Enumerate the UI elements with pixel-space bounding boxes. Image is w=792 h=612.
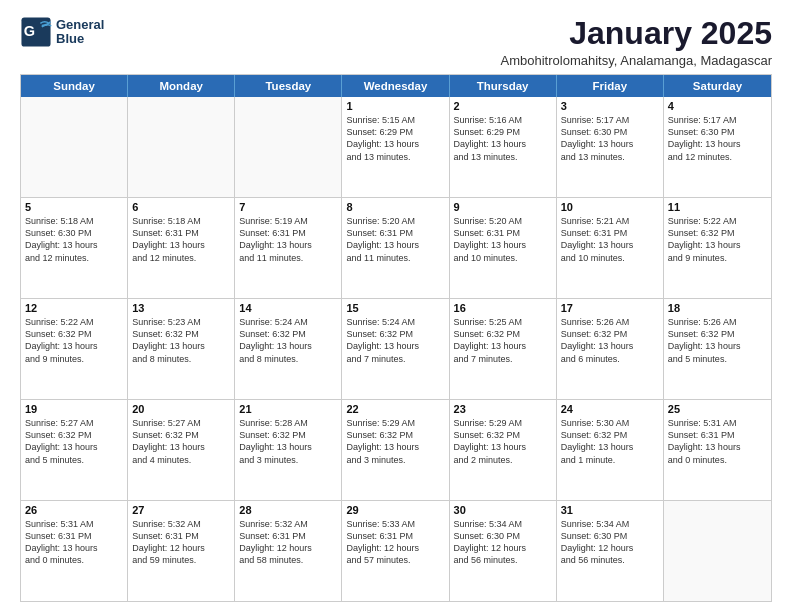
day-7: 7Sunrise: 5:19 AM Sunset: 6:31 PM Daylig… xyxy=(235,198,342,298)
page: G General Blue January 2025 Ambohitrolom… xyxy=(0,0,792,612)
day-25: 25Sunrise: 5:31 AM Sunset: 6:31 PM Dayli… xyxy=(664,400,771,500)
day-info-20: Sunrise: 5:27 AM Sunset: 6:32 PM Dayligh… xyxy=(132,417,230,466)
day-23: 23Sunrise: 5:29 AM Sunset: 6:32 PM Dayli… xyxy=(450,400,557,500)
day-number-7: 7 xyxy=(239,201,337,213)
header-tuesday: Tuesday xyxy=(235,75,342,97)
day-info-21: Sunrise: 5:28 AM Sunset: 6:32 PM Dayligh… xyxy=(239,417,337,466)
day-info-27: Sunrise: 5:32 AM Sunset: 6:31 PM Dayligh… xyxy=(132,518,230,567)
day-info-14: Sunrise: 5:24 AM Sunset: 6:32 PM Dayligh… xyxy=(239,316,337,365)
day-number-4: 4 xyxy=(668,100,767,112)
day-5: 5Sunrise: 5:18 AM Sunset: 6:30 PM Daylig… xyxy=(21,198,128,298)
day-number-17: 17 xyxy=(561,302,659,314)
day-info-13: Sunrise: 5:23 AM Sunset: 6:32 PM Dayligh… xyxy=(132,316,230,365)
day-number-6: 6 xyxy=(132,201,230,213)
day-number-25: 25 xyxy=(668,403,767,415)
calendar-row-1: 1Sunrise: 5:15 AM Sunset: 6:29 PM Daylig… xyxy=(21,97,771,197)
day-info-12: Sunrise: 5:22 AM Sunset: 6:32 PM Dayligh… xyxy=(25,316,123,365)
day-13: 13Sunrise: 5:23 AM Sunset: 6:32 PM Dayli… xyxy=(128,299,235,399)
day-4: 4Sunrise: 5:17 AM Sunset: 6:30 PM Daylig… xyxy=(664,97,771,197)
logo-text: General Blue xyxy=(56,18,104,47)
day-28: 28Sunrise: 5:32 AM Sunset: 6:31 PM Dayli… xyxy=(235,501,342,601)
day-18: 18Sunrise: 5:26 AM Sunset: 6:32 PM Dayli… xyxy=(664,299,771,399)
logo-icon: G xyxy=(20,16,52,48)
day-number-16: 16 xyxy=(454,302,552,314)
day-info-24: Sunrise: 5:30 AM Sunset: 6:32 PM Dayligh… xyxy=(561,417,659,466)
day-info-1: Sunrise: 5:15 AM Sunset: 6:29 PM Dayligh… xyxy=(346,114,444,163)
day-info-25: Sunrise: 5:31 AM Sunset: 6:31 PM Dayligh… xyxy=(668,417,767,466)
day-19: 19Sunrise: 5:27 AM Sunset: 6:32 PM Dayli… xyxy=(21,400,128,500)
logo: G General Blue xyxy=(20,16,104,48)
day-info-15: Sunrise: 5:24 AM Sunset: 6:32 PM Dayligh… xyxy=(346,316,444,365)
day-22: 22Sunrise: 5:29 AM Sunset: 6:32 PM Dayli… xyxy=(342,400,449,500)
day-info-26: Sunrise: 5:31 AM Sunset: 6:31 PM Dayligh… xyxy=(25,518,123,567)
day-info-3: Sunrise: 5:17 AM Sunset: 6:30 PM Dayligh… xyxy=(561,114,659,163)
day-number-13: 13 xyxy=(132,302,230,314)
day-info-10: Sunrise: 5:21 AM Sunset: 6:31 PM Dayligh… xyxy=(561,215,659,264)
day-15: 15Sunrise: 5:24 AM Sunset: 6:32 PM Dayli… xyxy=(342,299,449,399)
day-info-9: Sunrise: 5:20 AM Sunset: 6:31 PM Dayligh… xyxy=(454,215,552,264)
day-number-3: 3 xyxy=(561,100,659,112)
day-31: 31Sunrise: 5:34 AM Sunset: 6:30 PM Dayli… xyxy=(557,501,664,601)
day-empty xyxy=(664,501,771,601)
day-10: 10Sunrise: 5:21 AM Sunset: 6:31 PM Dayli… xyxy=(557,198,664,298)
day-1: 1Sunrise: 5:15 AM Sunset: 6:29 PM Daylig… xyxy=(342,97,449,197)
subtitle: Ambohitrolomahitsy, Analamanga, Madagasc… xyxy=(501,53,772,68)
month-title: January 2025 xyxy=(501,16,772,51)
day-number-9: 9 xyxy=(454,201,552,213)
day-number-19: 19 xyxy=(25,403,123,415)
header-wednesday: Wednesday xyxy=(342,75,449,97)
day-number-28: 28 xyxy=(239,504,337,516)
day-17: 17Sunrise: 5:26 AM Sunset: 6:32 PM Dayli… xyxy=(557,299,664,399)
day-info-6: Sunrise: 5:18 AM Sunset: 6:31 PM Dayligh… xyxy=(132,215,230,264)
day-number-15: 15 xyxy=(346,302,444,314)
day-20: 20Sunrise: 5:27 AM Sunset: 6:32 PM Dayli… xyxy=(128,400,235,500)
logo-line2: Blue xyxy=(56,32,104,46)
day-number-29: 29 xyxy=(346,504,444,516)
day-3: 3Sunrise: 5:17 AM Sunset: 6:30 PM Daylig… xyxy=(557,97,664,197)
header-monday: Monday xyxy=(128,75,235,97)
day-number-8: 8 xyxy=(346,201,444,213)
calendar-row-3: 12Sunrise: 5:22 AM Sunset: 6:32 PM Dayli… xyxy=(21,298,771,399)
day-empty xyxy=(235,97,342,197)
day-info-18: Sunrise: 5:26 AM Sunset: 6:32 PM Dayligh… xyxy=(668,316,767,365)
day-number-5: 5 xyxy=(25,201,123,213)
calendar-body: 1Sunrise: 5:15 AM Sunset: 6:29 PM Daylig… xyxy=(21,97,771,601)
day-info-7: Sunrise: 5:19 AM Sunset: 6:31 PM Dayligh… xyxy=(239,215,337,264)
day-21: 21Sunrise: 5:28 AM Sunset: 6:32 PM Dayli… xyxy=(235,400,342,500)
day-number-21: 21 xyxy=(239,403,337,415)
calendar: Sunday Monday Tuesday Wednesday Thursday… xyxy=(20,74,772,602)
day-info-29: Sunrise: 5:33 AM Sunset: 6:31 PM Dayligh… xyxy=(346,518,444,567)
title-block: January 2025 Ambohitrolomahitsy, Analama… xyxy=(501,16,772,68)
day-info-30: Sunrise: 5:34 AM Sunset: 6:30 PM Dayligh… xyxy=(454,518,552,567)
day-number-11: 11 xyxy=(668,201,767,213)
header-sunday: Sunday xyxy=(21,75,128,97)
day-16: 16Sunrise: 5:25 AM Sunset: 6:32 PM Dayli… xyxy=(450,299,557,399)
day-info-4: Sunrise: 5:17 AM Sunset: 6:30 PM Dayligh… xyxy=(668,114,767,163)
header-thursday: Thursday xyxy=(450,75,557,97)
day-9: 9Sunrise: 5:20 AM Sunset: 6:31 PM Daylig… xyxy=(450,198,557,298)
day-info-2: Sunrise: 5:16 AM Sunset: 6:29 PM Dayligh… xyxy=(454,114,552,163)
day-info-28: Sunrise: 5:32 AM Sunset: 6:31 PM Dayligh… xyxy=(239,518,337,567)
day-info-31: Sunrise: 5:34 AM Sunset: 6:30 PM Dayligh… xyxy=(561,518,659,567)
day-8: 8Sunrise: 5:20 AM Sunset: 6:31 PM Daylig… xyxy=(342,198,449,298)
day-info-5: Sunrise: 5:18 AM Sunset: 6:30 PM Dayligh… xyxy=(25,215,123,264)
day-info-11: Sunrise: 5:22 AM Sunset: 6:32 PM Dayligh… xyxy=(668,215,767,264)
day-number-26: 26 xyxy=(25,504,123,516)
day-info-8: Sunrise: 5:20 AM Sunset: 6:31 PM Dayligh… xyxy=(346,215,444,264)
day-11: 11Sunrise: 5:22 AM Sunset: 6:32 PM Dayli… xyxy=(664,198,771,298)
calendar-row-5: 26Sunrise: 5:31 AM Sunset: 6:31 PM Dayli… xyxy=(21,500,771,601)
day-number-22: 22 xyxy=(346,403,444,415)
day-6: 6Sunrise: 5:18 AM Sunset: 6:31 PM Daylig… xyxy=(128,198,235,298)
day-12: 12Sunrise: 5:22 AM Sunset: 6:32 PM Dayli… xyxy=(21,299,128,399)
day-24: 24Sunrise: 5:30 AM Sunset: 6:32 PM Dayli… xyxy=(557,400,664,500)
day-30: 30Sunrise: 5:34 AM Sunset: 6:30 PM Dayli… xyxy=(450,501,557,601)
day-number-31: 31 xyxy=(561,504,659,516)
header-saturday: Saturday xyxy=(664,75,771,97)
header: G General Blue January 2025 Ambohitrolom… xyxy=(20,16,772,68)
header-friday: Friday xyxy=(557,75,664,97)
day-number-2: 2 xyxy=(454,100,552,112)
day-2: 2Sunrise: 5:16 AM Sunset: 6:29 PM Daylig… xyxy=(450,97,557,197)
day-number-1: 1 xyxy=(346,100,444,112)
day-26: 26Sunrise: 5:31 AM Sunset: 6:31 PM Dayli… xyxy=(21,501,128,601)
day-27: 27Sunrise: 5:32 AM Sunset: 6:31 PM Dayli… xyxy=(128,501,235,601)
